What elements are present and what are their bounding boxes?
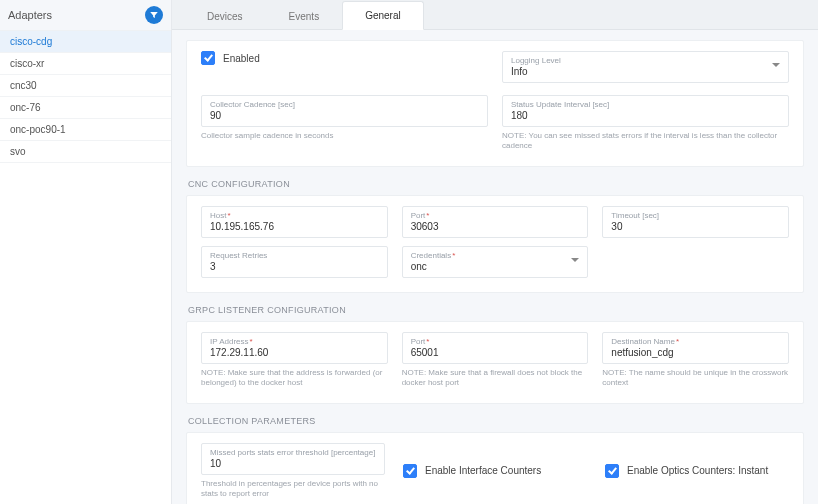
tab-devices[interactable]: Devices — [184, 2, 266, 30]
cnc-card: Host 10.195.165.76 Port 30603 Timeout [s… — [186, 195, 804, 293]
enabled-row: Enabled Logging Level Info — [201, 51, 789, 83]
cnc-row-2: Request Retries 3 Credentials onc — [201, 246, 789, 278]
sidebar-item-cnc30[interactable]: cnc30 — [0, 75, 171, 97]
tab-general[interactable]: General — [342, 1, 424, 30]
general-card: Enabled Logging Level Info C — [186, 40, 804, 167]
cb-interface-counters-box[interactable] — [403, 464, 417, 478]
chevron-down-icon — [772, 63, 780, 71]
cb-optics-instant-label: Enable Optics Counters: Instant — [627, 465, 768, 476]
cnc-host-label: Host — [210, 211, 379, 220]
grpc-ip-value: 172.29.11.60 — [210, 347, 268, 358]
collector-cadence-field[interactable]: Collector Cadence [sec] 90 — [201, 95, 488, 127]
grpc-dest-value: netfusion_cdg — [611, 347, 673, 358]
cnc-credentials-value: onc — [411, 261, 427, 272]
grpc-port-field[interactable]: Port 65001 — [402, 332, 589, 364]
general-pane[interactable]: Enabled Logging Level Info C — [172, 30, 818, 504]
params-section-title: COLLECTION PARAMETERS — [188, 416, 802, 426]
sidebar-item-svo[interactable]: svo — [0, 141, 171, 163]
collector-cadence-value: 90 — [210, 110, 221, 121]
cnc-retries-label: Request Retries — [210, 251, 379, 260]
cb-optics-instant: Enable Optics Counters: Instant — [605, 443, 789, 500]
cb-interface-counters-label: Enable Interface Counters — [425, 465, 541, 476]
enabled-checkbox[interactable] — [201, 51, 215, 65]
cnc-timeout-field[interactable]: Timeout [sec] 30 — [602, 206, 789, 238]
grpc-row: IP Address 172.29.11.60 NOTE: Make sure … — [201, 332, 789, 389]
cnc-host-value: 10.195.165.76 — [210, 221, 274, 232]
grpc-section-title: GRPC LISTENER CONFIGURATION — [188, 305, 802, 315]
params-card: Missed ports stats error threshold [perc… — [186, 432, 804, 504]
grpc-port-label: Port — [411, 337, 580, 346]
enabled-checkbox-row: Enabled — [201, 51, 488, 65]
status-interval-value: 180 — [511, 110, 528, 121]
status-interval-label: Status Update Interval [sec] — [511, 100, 780, 109]
cnc-section-title: CNC CONFIGURATION — [188, 179, 802, 189]
threshold-value: 10 — [210, 458, 221, 469]
grpc-ip-note: NOTE: Make sure that the address is forw… — [201, 368, 388, 389]
sidebar: Adapters cisco-cdg cisco-xr cnc30 onc-76… — [0, 0, 172, 504]
sidebar-item-cisco-xr[interactable]: cisco-xr — [0, 53, 171, 75]
threshold-field[interactable]: Missed ports stats error threshold [perc… — [201, 443, 385, 475]
cb-interface-counters: Enable Interface Counters — [403, 443, 587, 500]
sidebar-list: cisco-cdg cisco-xr cnc30 onc-76 onc-poc9… — [0, 31, 171, 163]
cnc-port-value: 30603 — [411, 221, 439, 232]
threshold-label: Missed ports stats error threshold [perc… — [210, 448, 376, 457]
sidebar-item-onc-76[interactable]: onc-76 — [0, 97, 171, 119]
grpc-port-note: NOTE: Make sure that a firewall does not… — [402, 368, 589, 389]
tab-events[interactable]: Events — [266, 2, 343, 30]
status-interval-field[interactable]: Status Update Interval [sec] 180 — [502, 95, 789, 127]
chevron-down-icon — [571, 258, 579, 266]
logging-level-label: Logging Level — [511, 56, 780, 65]
cnc-timeout-label: Timeout [sec] — [611, 211, 780, 220]
grpc-port-value: 65001 — [411, 347, 439, 358]
app-root: Adapters cisco-cdg cisco-xr cnc30 onc-76… — [0, 0, 818, 504]
filter-button[interactable] — [145, 6, 163, 24]
threshold-note: Threshold in percentages per device port… — [201, 479, 385, 500]
cnc-retries-value: 3 — [210, 261, 216, 272]
logging-level-value: Info — [511, 66, 528, 77]
cnc-timeout-value: 30 — [611, 221, 622, 232]
cnc-retries-field[interactable]: Request Retries 3 — [201, 246, 388, 278]
cadence-row: Collector Cadence [sec] 90 Collector sam… — [201, 95, 789, 152]
grpc-ip-field[interactable]: IP Address 172.29.11.60 — [201, 332, 388, 364]
grpc-card: IP Address 172.29.11.60 NOTE: Make sure … — [186, 321, 804, 404]
filter-icon — [149, 10, 159, 20]
logging-level-select[interactable]: Logging Level Info — [502, 51, 789, 83]
collector-cadence-note: Collector sample cadence in seconds — [201, 131, 488, 141]
collector-cadence-label: Collector Cadence [sec] — [210, 100, 479, 109]
cnc-credentials-label: Credentials — [411, 251, 580, 260]
cnc-credentials-select[interactable]: Credentials onc — [402, 246, 589, 278]
sidebar-item-cisco-cdg[interactable]: cisco-cdg — [0, 31, 171, 53]
threshold-cell: Missed ports stats error threshold [perc… — [201, 443, 385, 500]
status-interval-note: NOTE: You can see missed stats errors if… — [502, 131, 789, 152]
tab-bar: Devices Events General — [172, 0, 818, 30]
enabled-label: Enabled — [223, 53, 260, 64]
grpc-ip-label: IP Address — [210, 337, 379, 346]
cb-optics-instant-box[interactable] — [605, 464, 619, 478]
cnc-row-1: Host 10.195.165.76 Port 30603 Timeout [s… — [201, 206, 789, 238]
cnc-port-label: Port — [411, 211, 580, 220]
sidebar-item-onc-poc90-1[interactable]: onc-poc90-1 — [0, 119, 171, 141]
cnc-port-field[interactable]: Port 30603 — [402, 206, 589, 238]
grpc-dest-label: Destination Name — [611, 337, 780, 346]
grpc-dest-field[interactable]: Destination Name netfusion_cdg — [602, 332, 789, 364]
params-grid: Missed ports stats error threshold [perc… — [201, 443, 789, 504]
sidebar-title: Adapters — [8, 9, 52, 21]
grpc-dest-note: NOTE: The name should be unique in the c… — [602, 368, 789, 389]
sidebar-header: Adapters — [0, 0, 171, 31]
content-area: Devices Events General Enabled Logging — [172, 0, 818, 504]
cnc-host-field[interactable]: Host 10.195.165.76 — [201, 206, 388, 238]
